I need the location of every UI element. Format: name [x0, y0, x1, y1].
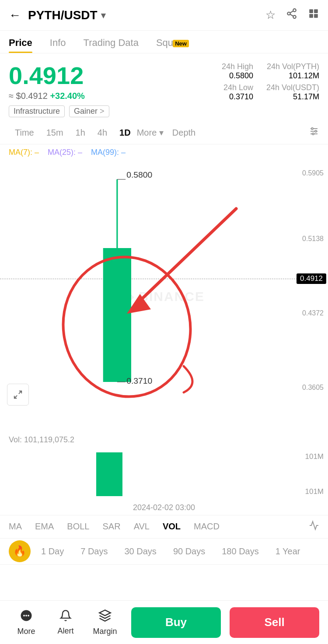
indicator-bar: MA EMA BOLL SAR AVL VOL MACD [0, 515, 328, 539]
time-more-button[interactable]: More ▾ [137, 127, 164, 138]
price-stats: 24h High 0.5800 24h Vol(PYTH) 101.12M 24… [200, 62, 319, 102]
settings-icon[interactable] [309, 126, 319, 139]
volume-chart: 101M 101M [0, 448, 328, 500]
time-btn-time[interactable]: Time [9, 125, 40, 140]
time-btn-15m[interactable]: 15m [40, 125, 70, 140]
tab-info[interactable]: Info [50, 37, 66, 53]
svg-point-0 [293, 9, 296, 12]
stat-vol-pyth-value: 101.12M [289, 71, 319, 80]
depth-button[interactable]: Depth [172, 128, 195, 138]
share-icon[interactable] [286, 8, 297, 22]
period-1year[interactable]: 1 Year [269, 544, 307, 559]
period-1day[interactable]: 1 Day [35, 544, 70, 559]
ma99: MA(99): – [91, 148, 126, 157]
svg-line-3 [290, 14, 293, 16]
ind-boll[interactable]: BOLL [67, 522, 89, 532]
price-left: 0.4912 ≈ $0.4912 +32.40% Infrastructure … [9, 62, 109, 117]
ma-row: MA(7): – MA(25): – MA(99): – [0, 144, 328, 161]
svg-rect-26 [96, 452, 122, 496]
stat-low-value: 0.3710 [229, 92, 253, 102]
margin-icon [98, 609, 112, 625]
ind-vol[interactable]: VOL [163, 522, 181, 532]
fire-button[interactable]: 🔥 [9, 540, 31, 562]
svg-point-28 [23, 615, 25, 616]
tag-infrastructure[interactable]: Infrastructure [9, 105, 65, 117]
time-btn-4h[interactable]: 4h [91, 125, 113, 140]
nav-alert[interactable]: Alert [48, 605, 83, 640]
svg-text:0.3710: 0.3710 [126, 376, 152, 385]
svg-rect-7 [309, 14, 313, 18]
svg-point-2 [293, 15, 296, 18]
more-icon [20, 609, 33, 625]
svg-point-12 [311, 128, 313, 130]
stat-high: 24h High 0.5800 [200, 62, 253, 80]
ind-ema[interactable]: EMA [35, 522, 54, 532]
sell-button[interactable]: Sell [230, 607, 319, 638]
stat-vol-usdt-label: 24h Vol(USDT) [266, 83, 319, 92]
tag-gainer[interactable]: Gainer > [69, 105, 109, 117]
time-btn-1h[interactable]: 1h [70, 125, 91, 140]
svg-point-14 [312, 133, 314, 135]
stat-vol-pyth-label: 24h Vol(PYTH) [267, 62, 319, 71]
tab-trading-data[interactable]: Trading Data [84, 37, 139, 53]
vol-axis-high: 101M [305, 452, 324, 461]
tags: Infrastructure Gainer > [9, 105, 109, 117]
svg-point-13 [315, 130, 317, 132]
period-180days[interactable]: 180 Days [216, 544, 265, 559]
stat-low: 24h Low 0.3710 [200, 83, 253, 102]
svg-rect-16 [103, 248, 131, 382]
stat-low-label: 24h Low [223, 83, 253, 92]
more-label: More [17, 627, 35, 636]
margin-label: Margin [93, 627, 117, 636]
pair-title: PYTH/USDT ▾ [28, 8, 105, 22]
period-90days[interactable]: 90 Days [167, 544, 211, 559]
svg-point-29 [25, 615, 27, 616]
alert-icon [59, 609, 72, 625]
ma25: MA(25): – [48, 148, 82, 157]
indicator-settings-icon[interactable] [309, 520, 319, 533]
nav-margin[interactable]: Margin [87, 605, 122, 640]
svg-rect-6 [314, 9, 318, 13]
ind-avl[interactable]: AVL [134, 522, 150, 532]
period-bar: 🔥 1 Day 7 Days 30 Days 90 Days 180 Days … [0, 539, 328, 565]
svg-rect-5 [309, 9, 313, 13]
svg-point-30 [28, 615, 29, 616]
ma7: MA(7): – [9, 148, 39, 157]
svg-line-25 [14, 395, 17, 398]
ind-ma[interactable]: MA [9, 522, 22, 532]
svg-line-4 [290, 11, 293, 13]
new-badge: New [173, 40, 189, 47]
stat-vol-usdt-value: 51.17M [293, 92, 319, 102]
ind-sar[interactable]: SAR [103, 522, 121, 532]
price-section: 0.4912 ≈ $0.4912 +32.40% Infrastructure … [0, 53, 328, 122]
ind-macd[interactable]: MACD [194, 522, 220, 532]
favorite-icon[interactable]: ☆ [265, 8, 276, 22]
bottom-nav: More Alert Margin Buy Sell [0, 600, 328, 644]
vol-axis-low: 101M [305, 487, 324, 496]
tag-arrow-icon: > [100, 107, 105, 116]
svg-point-1 [287, 12, 290, 15]
period-7days[interactable]: 7 Days [74, 544, 114, 559]
expand-button[interactable] [7, 384, 29, 406]
chevron-down-icon[interactable]: ▾ [101, 10, 105, 21]
grid-icon[interactable] [308, 8, 319, 22]
time-btn-1d[interactable]: 1D [113, 125, 137, 140]
stat-high-value: 0.5800 [229, 71, 253, 80]
alert-label: Alert [57, 626, 73, 636]
candlestick-chart: 0.5800 0.3710 [0, 161, 328, 432]
time-bar: Time 15m 1h 4h 1D More ▾ Depth [0, 122, 328, 144]
svg-rect-8 [314, 14, 318, 18]
period-30days[interactable]: 30 Days [119, 544, 163, 559]
chart-area[interactable]: 0.5905 0.5138 0.4372 0.3605 0.4912 ◈ BIN… [0, 161, 328, 432]
buy-button[interactable]: Buy [131, 607, 221, 638]
price-change: +32.40% [50, 91, 85, 101]
tab-price[interactable]: Price [9, 37, 32, 53]
nav-more[interactable]: More [9, 605, 44, 640]
stat-high-label: 24h High [222, 62, 253, 71]
back-button[interactable]: ← [9, 8, 21, 22]
pair-name: PYTH/USDT [28, 8, 98, 22]
volume-label: Vol: 101,119,075.2 [0, 432, 328, 448]
header-actions: ☆ [265, 8, 319, 22]
date-label: 2024-02-02 03:00 [0, 500, 328, 515]
tab-square[interactable]: Square New [156, 37, 187, 53]
